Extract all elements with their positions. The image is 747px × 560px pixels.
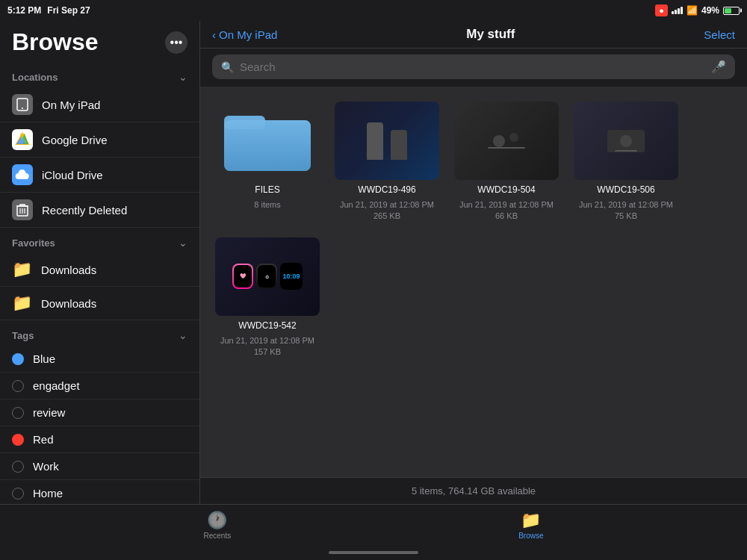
recents-label: Recents [203,532,231,540]
wwdc506-thumbnail [574,102,678,180]
favorites-section-header: Favorites ⌄ [0,228,199,253]
sidebar-item-google-drive[interactable]: Google Drive [0,122,199,158]
sidebar-item-tag-blue[interactable]: Blue [0,346,199,373]
svg-point-15 [509,133,518,142]
blue-tag-dot [12,353,24,365]
search-icon: 🔍 [221,61,234,73]
file-item-wwdc542[interactable]: 🩷 ⊙ 10:09 WWDC19-542 Jun 21, 2019 at 12:… [215,237,320,358]
engadget-tag-dot [12,380,24,392]
gdrive-icon [12,129,33,150]
main-content: ‹ On My iPad My stuff Select 🔍 🎤 [200,21,747,504]
sidebar-item-on-my-ipad[interactable]: On My iPad [0,87,199,122]
locations-label: Locations [12,72,58,83]
back-label: On My iPad [219,28,277,41]
svg-point-1 [22,108,23,109]
home-indicator [0,545,747,560]
tab-recents[interactable]: 🕐 Recents [203,511,231,540]
red-tag-dot [12,434,24,446]
wwdc506-meta: Jun 21, 2019 at 12:08 PM75 KB [579,199,673,223]
search-bar: 🔍 🎤 [200,49,747,87]
wwdc496-thumbnail [335,102,439,180]
home-tag-dot [12,488,24,500]
downloads-2-label: Downloads [41,297,96,310]
on-my-ipad-label: On My iPad [42,99,100,111]
sidebar-item-tag-work[interactable]: Work [0,453,199,480]
mic-icon[interactable]: 🎤 [711,60,726,74]
files-grid: FILES 8 items WWDC19-496 Jun 21, 2019 at… [200,87,747,477]
work-tag-label: Work [33,460,59,473]
sidebar: Browse ••• Locations ⌄ On My iPad [0,21,200,504]
wwdc504-name: WWDC19-504 [477,184,535,195]
engadget-tag-label: engadget [33,379,80,392]
tags-section-header: Tags ⌄ [0,320,199,346]
watch-pink-icon: 🩷 [232,264,253,289]
content-footer: 5 items, 764.14 GB available [200,477,747,504]
search-input[interactable] [240,60,705,73]
back-button[interactable]: ‹ On My iPad [212,28,277,41]
browse-tab-label: Browse [518,532,543,540]
svg-rect-13 [224,120,311,171]
files-folder-meta: 8 items [254,199,280,211]
svg-point-14 [493,135,505,147]
files-folder-name: FILES [255,184,279,195]
file-item-wwdc496[interactable]: WWDC19-496 Jun 21, 2019 at 12:08 PM265 K… [335,102,439,223]
file-item-wwdc504[interactable]: WWDC19-504 Jun 21, 2019 at 12:08 PM66 KB [454,102,559,223]
sidebar-item-tag-red[interactable]: Red [0,426,199,453]
wwdc542-thumbnail: 🩷 ⊙ 10:09 [215,237,320,316]
sidebar-item-icloud-drive[interactable]: iCloud Drive [0,158,199,193]
back-chevron-icon: ‹ [212,28,216,41]
wwdc506-name: WWDC19-506 [597,184,654,195]
tags-chevron: ⌄ [179,329,187,341]
tags-label: Tags [12,330,34,341]
file-item-wwdc506[interactable]: WWDC19-506 Jun 21, 2019 at 12:08 PM75 KB [574,102,678,223]
watch-black-icon: ⊙ [256,264,277,289]
tab-browse[interactable]: 📁 Browse [518,511,543,540]
blue-tag-label: Blue [33,352,55,365]
signal-icon [672,7,683,14]
wwdc542-name: WWDC19-542 [238,320,296,331]
home-bar [329,551,418,554]
svg-point-18 [620,135,632,147]
locations-chevron: ⌄ [179,71,187,83]
content-title: My stuff [466,27,515,42]
sidebar-item-recently-deleted[interactable]: Recently Deleted [0,193,199,228]
watch-screen-icon: 10:09 [280,263,303,290]
favorites-chevron: ⌄ [179,237,187,249]
sidebar-item-downloads-2[interactable]: 📁 Downloads [0,287,199,320]
wwdc542-meta: Jun 21, 2019 at 12:08 PM157 KB [220,335,314,358]
record-indicator: ● [655,4,668,16]
folder-icon-1: 📁 [12,260,32,279]
trash-icon [12,199,33,220]
battery-icon [723,7,740,15]
work-tag-dot [12,461,24,473]
home-tag-label: Home [33,487,63,500]
wwdc496-name: WWDC19-496 [358,184,415,195]
review-tag-label: review [33,406,65,419]
sidebar-item-downloads-1[interactable]: 📁 Downloads [0,253,199,287]
icloud-icon [12,164,33,185]
downloads-1-label: Downloads [41,264,96,276]
date-display: Fri Sep 27 [47,5,90,16]
svg-rect-16 [488,147,525,149]
folder-icon-2: 📁 [12,293,32,313]
recents-icon: 🕐 [207,511,227,530]
recently-deleted-label: Recently Deleted [42,204,127,217]
wwdc504-thumbnail [454,102,559,180]
browse-title: Browse [12,28,99,56]
status-bar: 5:12 PM Fri Sep 27 ● 📶 49% [0,0,747,21]
content-header: ‹ On My iPad My stuff Select [200,21,747,49]
wifi-icon: 📶 [686,5,698,16]
sidebar-item-tag-engadget[interactable]: engadget [0,373,199,399]
sidebar-item-tag-home[interactable]: Home [0,480,199,504]
wwdc504-meta: Jun 21, 2019 at 12:08 PM66 KB [459,199,554,223]
icloud-drive-label: iCloud Drive [42,169,103,181]
time-display: 5:12 PM [7,5,41,16]
ellipsis-button[interactable]: ••• [165,31,187,54]
sidebar-item-tag-review[interactable]: review [0,399,199,426]
tab-bar: 🕐 Recents 📁 Browse [0,504,747,545]
file-item-files-folder[interactable]: FILES 8 items [215,102,320,223]
ipad-icon [12,94,33,115]
review-tag-dot [12,407,24,419]
battery-percent: 49% [701,5,719,16]
select-button[interactable]: Select [704,28,735,41]
